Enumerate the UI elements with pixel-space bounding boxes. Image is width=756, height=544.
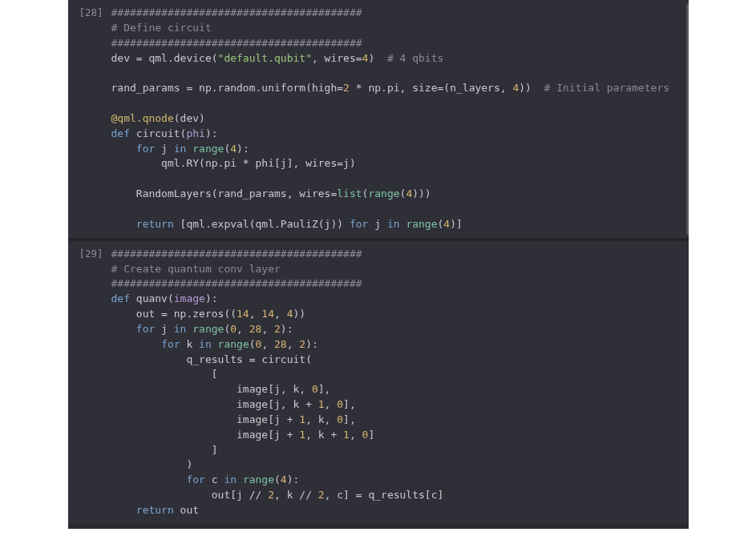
code-line: rand_params = np.random.uniform(high=2 *… — [111, 82, 670, 94]
code-line: RandomLayers(rand_params, wires=list(ran… — [111, 187, 431, 199]
code-token — [212, 338, 218, 350]
code-token: image — [174, 292, 205, 304]
code-token: 28 — [249, 323, 262, 335]
code-token: in — [199, 338, 212, 350]
code-line: ######################################## — [111, 37, 362, 49]
code-token: range — [368, 187, 399, 199]
code-token: q_results = circuit( — [111, 353, 312, 365]
code-token: circuit( — [130, 127, 186, 139]
code-token: 0 — [337, 398, 343, 410]
code-token: , c] = q_results[c] — [325, 489, 444, 501]
code-token: image[j, k, — [111, 383, 312, 395]
code-line: for j in range(0, 28, 2): — [111, 323, 293, 335]
code-line: out = np.zeros((14, 14, 4)) — [111, 308, 306, 320]
code-token: range — [192, 323, 224, 335]
code-token: j — [155, 323, 173, 335]
code-line: def circuit(phi): — [111, 127, 218, 139]
code-token: RandomLayers(rand_params, wires= — [111, 187, 338, 199]
code-token: # 4 qbits — [387, 52, 443, 64]
code-token: in — [387, 218, 400, 230]
code-token: "default.qubit" — [218, 52, 312, 64]
code-token: [qml.expval(qml.PauliZ(j)) — [174, 218, 350, 230]
code-line: dev = qml.device("default.qubit", wires=… — [111, 52, 444, 64]
code-token: qml.RY(np.pi * phi[j], wires=j) — [111, 157, 356, 169]
code-token: 14 — [237, 308, 249, 320]
code-token: 28 — [274, 338, 287, 350]
code-token: )] — [450, 218, 463, 230]
code-token: ): — [281, 323, 293, 335]
code-line: # Create quantum conv layer — [111, 263, 281, 275]
code-line: for j in range(4): — [111, 143, 249, 155]
code-token: j — [155, 143, 173, 155]
code-token: # Create quantum conv layer — [111, 263, 281, 275]
code-token: , k + — [305, 429, 343, 441]
code-token: j — [368, 218, 386, 230]
code-token: def — [111, 127, 130, 139]
code-token: for — [161, 338, 180, 350]
code-token: # Initial parameters — [544, 82, 670, 94]
code-line: # Define circuit — [111, 22, 212, 34]
code-token: 1 — [343, 429, 350, 441]
code-token: ( — [249, 338, 256, 350]
code-content[interactable]: ########################################… — [111, 247, 689, 518]
code-token: , — [261, 323, 274, 335]
code-token — [111, 323, 136, 335]
code-token: , — [350, 429, 362, 441]
code-token: 1 — [299, 413, 305, 425]
code-token: k — [180, 338, 199, 350]
code-token: 1 — [299, 429, 305, 441]
code-token: ], — [318, 383, 331, 395]
code-token: )) — [293, 308, 306, 320]
code-token: ) — [111, 458, 193, 470]
notebook-container: [28]####################################… — [68, 0, 689, 529]
code-token — [111, 143, 136, 155]
code-line: qml.RY(np.pi * phi[j], wires=j) — [111, 157, 356, 169]
code-line: for k in range(0, 28, 2): — [111, 338, 318, 350]
code-token: return — [136, 218, 174, 230]
code-token: phi — [186, 127, 204, 139]
code-token: list — [337, 187, 362, 199]
code-line: q_results = circuit( — [111, 353, 312, 365]
code-token: ): — [305, 338, 318, 350]
code-token: ( — [274, 473, 281, 486]
code-token: 1 — [318, 398, 325, 410]
code-token: # Define circuit — [111, 22, 212, 34]
code-line: image[j, k + 1, 0], — [111, 398, 356, 410]
code-token: 4 — [287, 308, 293, 320]
code-token: , — [287, 338, 300, 350]
code-token: quanv( — [130, 292, 174, 304]
code-token — [111, 338, 162, 350]
code-token: image[j, k + — [111, 398, 318, 410]
code-token: 2 — [299, 338, 305, 350]
scrollbar[interactable] — [686, 3, 689, 235]
code-token: for — [350, 218, 368, 230]
code-token: out[j // — [111, 489, 269, 501]
code-token: 4 — [230, 143, 237, 155]
code-line: ######################################## — [111, 277, 362, 289]
code-token: ######################################## — [111, 248, 362, 260]
code-token: 2 — [268, 489, 274, 501]
code-area[interactable]: ########################################… — [103, 241, 689, 524]
code-line: ######################################## — [111, 6, 362, 18]
code-token — [111, 218, 136, 230]
code-cell[interactable]: [28]####################################… — [68, 0, 689, 238]
code-content[interactable]: ########################################… — [111, 6, 689, 232]
code-token: ): — [287, 473, 300, 486]
code-token: )) — [519, 82, 544, 94]
code-cell[interactable]: [29]####################################… — [68, 238, 689, 524]
code-token: 14 — [261, 308, 274, 320]
code-token: in — [174, 323, 187, 335]
code-token — [111, 473, 187, 486]
code-token: ): — [237, 143, 249, 155]
code-line: ] — [111, 444, 218, 456]
code-token: @qml.qnode — [111, 112, 174, 124]
code-area[interactable]: ########################################… — [103, 0, 689, 238]
code-token: 2 — [343, 82, 350, 94]
code-token: range — [406, 218, 437, 230]
code-token: ): — [205, 292, 218, 304]
code-line: ######################################## — [111, 248, 362, 260]
code-token: ], — [343, 398, 356, 410]
code-line: def quanv(image): — [111, 292, 218, 304]
code-token: ], — [343, 413, 356, 425]
code-token: ] — [368, 429, 374, 441]
